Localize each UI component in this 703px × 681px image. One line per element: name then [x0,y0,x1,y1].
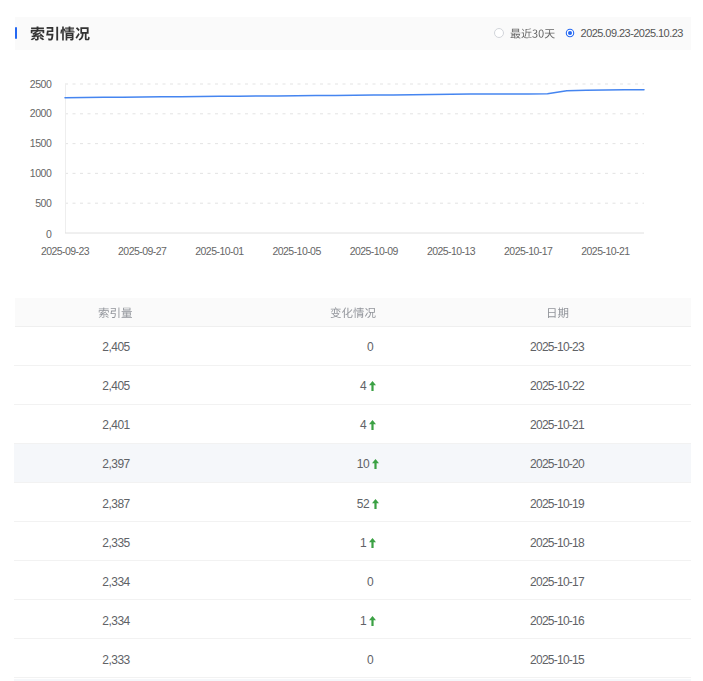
svg-text:2500: 2500 [30,78,52,90]
svg-text:500: 500 [35,197,52,209]
svg-text:1500: 1500 [30,137,52,149]
svg-text:1000: 1000 [30,167,52,179]
svg-text:2025-10-09: 2025-10-09 [350,245,399,257]
svg-text:2025-10-17: 2025-10-17 [504,245,553,257]
svg-text:2000: 2000 [30,107,52,119]
svg-text:2025-10-21: 2025-10-21 [581,245,630,257]
svg-text:2025-10-13: 2025-10-13 [427,245,476,257]
svg-text:2025-10-01: 2025-10-01 [195,245,244,257]
svg-text:2025-09-23: 2025-09-23 [41,245,90,257]
svg-text:0: 0 [46,228,52,240]
svg-text:2025-10-05: 2025-10-05 [272,245,321,257]
svg-text:2025-09-27: 2025-09-27 [118,245,167,257]
